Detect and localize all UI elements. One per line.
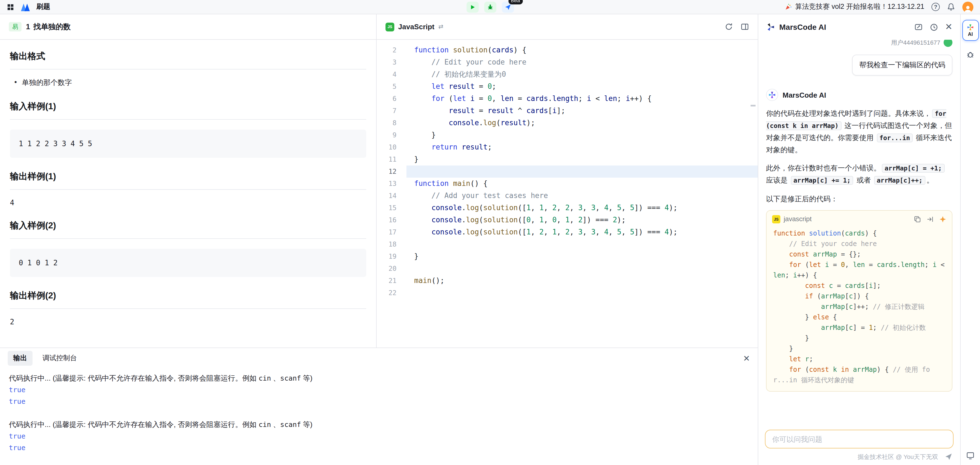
ai-send-icon[interactable] (945, 453, 953, 460)
problem-tab[interactable]: 易 1 找单独的数 (0, 14, 376, 40)
open-window-icon[interactable] (966, 451, 975, 460)
split-view-icon[interactable] (741, 22, 749, 31)
code-line[interactable]: result = result ^ cards[i]; (406, 105, 758, 117)
contest-promo-link[interactable]: 算法竞技赛 vol2 开始报名啦！12.13-12.21 (785, 2, 924, 11)
problem-number: 1 (26, 22, 30, 31)
apps-grid-icon[interactable] (6, 3, 14, 11)
line-number: 22 (377, 287, 406, 299)
line-number: 14 (377, 190, 406, 202)
ai-code-line: let r; (773, 354, 945, 365)
debug-run-button[interactable] (484, 2, 496, 13)
code-line[interactable]: function main() { (406, 178, 758, 190)
code-line[interactable]: function solution(cards) { (406, 44, 758, 56)
insert-code-icon[interactable] (926, 215, 934, 223)
output-sample-1-value: 4 (10, 199, 366, 207)
chat-user-id: 用户44496151677 (891, 40, 940, 46)
code-line[interactable]: console.log(solution([1, 2, 1, 2, 3, 3, … (406, 226, 758, 238)
ai-code-line: for (const k in arrMap) { // 使用 for...in… (773, 365, 945, 385)
close-output-icon[interactable]: ✕ (743, 354, 750, 362)
ai-input-area (758, 427, 960, 449)
tab-debug-console[interactable]: 调试控制台 (43, 353, 77, 363)
output-panel: 输出 调试控制台 ✕ 代码执行中... (温馨提示: 代码中不允许存在输入指令,… (0, 347, 758, 465)
editor-gutter: 2345678910111213141516171819202122 (377, 44, 406, 347)
output-line: true (9, 442, 749, 454)
code-line[interactable]: for (let i = 0, len = cards.length; i < … (406, 93, 758, 105)
copy-code-icon[interactable] (914, 215, 921, 223)
code-line[interactable]: // Edit your code here (406, 56, 758, 68)
code-line[interactable]: } (406, 153, 758, 166)
ai-code-line: arrMap[c]++; // 修正计数逻辑 (773, 302, 945, 312)
chat-user-avatar (943, 40, 953, 47)
line-number: 17 (377, 226, 406, 238)
apply-code-icon[interactable] (939, 215, 947, 223)
code-line[interactable]: } (406, 129, 758, 141)
editor-language-label[interactable]: JavaScript (398, 22, 434, 31)
code-line[interactable]: let result = 0; (406, 81, 758, 93)
run-button[interactable] (466, 2, 479, 13)
ai-code-line: } (773, 344, 945, 354)
output-line: 代码执行中... (温馨提示: 代码中不允许存在输入指令, 否则将会阻塞运行。例… (9, 419, 749, 430)
line-number: 10 (377, 141, 406, 153)
ai-code-line: if (arrMap[c]) { (773, 291, 945, 302)
ai-chat-area: 用户44496151677 帮我检查一下编辑区的代码 (758, 40, 960, 427)
tab-output[interactable]: 输出 (8, 350, 33, 365)
difficulty-badge: 易 (9, 22, 22, 32)
input-sample-1-box: 1 1 2 2 3 3 4 5 5 (10, 130, 366, 158)
ai-footer: 掘金技术社区 @ You天下无双 (758, 449, 960, 465)
ai-code-line: } else { (773, 312, 945, 323)
reset-code-icon[interactable] (725, 22, 733, 31)
brand-label[interactable]: 刷题 (37, 2, 50, 11)
bell-icon[interactable] (947, 3, 955, 11)
assistant-avatar (766, 89, 778, 101)
marscode-logo[interactable] (20, 3, 31, 11)
code-line[interactable] (406, 263, 758, 275)
problem-panel: 易 1 找单独的数 输出格式 • 单独的那个数字 输入样例(1) 1 1 2 2… (0, 14, 377, 347)
code-line[interactable]: console.log(solution([0, 1, 0, 1, 2]) ==… (406, 214, 758, 226)
output-line: true (9, 430, 749, 442)
ai-code-language: javascript (784, 215, 811, 223)
ai-code-line: function solution(cards) { (773, 228, 945, 239)
user-avatar[interactable] (963, 2, 974, 13)
language-switch-icon[interactable]: ⇄ (438, 23, 444, 30)
code-line[interactable]: main(); (406, 275, 758, 287)
line-number: 3 (377, 56, 406, 68)
new-chat-icon[interactable] (914, 23, 923, 31)
feedback-bug-icon[interactable] (966, 49, 975, 59)
assistant-header: MarsCode AI (766, 89, 953, 101)
ai-code-lines: function solution(cards) { // Edit your … (767, 227, 952, 391)
output-line (9, 407, 749, 419)
code-line[interactable]: console.log(result); (406, 117, 758, 129)
help-icon[interactable]: ? (931, 3, 940, 11)
contest-promo-text: 算法竞技赛 vol2 开始报名啦！12.13-12.21 (795, 2, 924, 11)
run-controls: Beta (466, 0, 514, 14)
code-editor[interactable]: 2345678910111213141516171819202122 funct… (377, 40, 758, 347)
line-number: 8 (377, 117, 406, 129)
code-line[interactable]: } (406, 250, 758, 263)
ai-code-block: JS javascript (766, 210, 953, 392)
ai-assistant-toggle-button[interactable]: AI (962, 20, 978, 41)
inline-code: arrMap[c]++; (874, 176, 925, 185)
party-icon (785, 3, 792, 11)
ai-code-line: // Edit your code here (773, 239, 945, 249)
code-line[interactable] (406, 166, 758, 178)
main-content: 易 1 找单独的数 输出格式 • 单独的那个数字 输入样例(1) 1 1 2 2… (0, 14, 980, 465)
topbar: 刷题 Beta (0, 0, 980, 14)
history-icon[interactable] (929, 23, 938, 31)
close-ai-panel-icon[interactable]: ✕ (945, 22, 953, 32)
code-line[interactable] (406, 238, 758, 250)
section-heading-output-sample-2: 输出样例(2) (10, 290, 366, 309)
ai-question-input[interactable] (765, 430, 953, 449)
line-number: 13 (377, 178, 406, 190)
code-line[interactable]: return result; (406, 141, 758, 153)
code-line[interactable] (406, 287, 758, 299)
problem-title: 找单独的数 (33, 22, 71, 32)
code-line[interactable]: console.log(solution([1, 1, 2, 2, 3, 3, … (406, 202, 758, 214)
submit-button[interactable]: Beta (501, 2, 514, 13)
output-content: 代码执行中... (温馨提示: 代码中不允许存在输入指令, 否则将会阻塞运行。例… (0, 368, 758, 465)
output-format-bullet: • 单独的那个数字 (14, 78, 366, 88)
right-toolbar-strip: AI (960, 14, 980, 465)
javascript-icon: JS (385, 22, 394, 31)
code-line[interactable]: // 初始化结果变量为0 (406, 68, 758, 81)
line-number: 11 (377, 153, 406, 166)
code-line[interactable]: // Add your test cases here (406, 190, 758, 202)
